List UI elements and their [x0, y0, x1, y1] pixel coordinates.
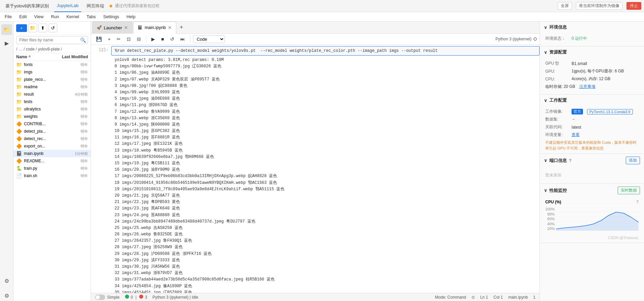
perf-section-header[interactable]: ∨ 性能监控 实时数据: [540, 184, 644, 197]
add-cell-button[interactable]: +: [105, 35, 113, 43]
file-list: 📁fonts明年📁imgs明年📁plate_reco...明年📁readme明年…: [13, 61, 91, 301]
new-button[interactable]: +: [16, 24, 27, 32]
port-add-button[interactable]: 添加: [626, 157, 640, 164]
file-item[interactable]: 🔶CONTRIB...明年: [13, 120, 91, 128]
file-item[interactable]: 🔶export_on...明年: [13, 142, 91, 150]
menu-run[interactable]: Run: [48, 13, 62, 20]
tab-launcher-label: Launcher: [104, 25, 122, 30]
code-label: 关联代码:: [545, 124, 569, 130]
file-icon: 🔶: [16, 143, 22, 149]
file-item[interactable]: 🔶detect_pla...明年: [13, 128, 91, 135]
output-line: 4 imgs/09.webp 京HL9999 蓝色: [115, 89, 540, 96]
file-item[interactable]: 🐍train.py明年: [13, 165, 91, 172]
upload-button[interactable]: ⬆: [38, 24, 47, 32]
file-icon: 📁: [16, 77, 22, 82]
file-modified: 明年: [64, 70, 88, 75]
storage-link[interactable]: 注意事项: [579, 84, 595, 90]
chevron-env: ∨: [544, 25, 547, 30]
mirror-button[interactable]: 将当前环境制作为镜像: [576, 2, 622, 10]
cell-input[interactable]: %run detect_rec_plate.py --detect_model …: [111, 46, 540, 56]
file-item[interactable]: 📁result4分钟前: [13, 91, 91, 98]
perf-section-body: CPU (%) ? 100% 80% 60% 40% 20%: [540, 197, 644, 243]
menu-help[interactable]: Help: [123, 13, 139, 20]
resource-section-header[interactable]: ∨ 资源配置: [540, 46, 644, 58]
save-button[interactable]: 💾: [94, 35, 104, 43]
file-item[interactable]: 📁tests明年: [13, 98, 91, 105]
menu-edit[interactable]: Edit: [16, 13, 30, 20]
file-item[interactable]: 🔶README...明年: [13, 157, 91, 165]
realtime-button[interactable]: 实时数据: [618, 187, 640, 194]
output-line: 7 imgs/12.webp 鲁VA9999 蓝色: [115, 109, 540, 115]
port-section-header[interactable]: ∨ 端口信息 ? 添加: [540, 154, 644, 167]
dataset-row: 数据集: －: [545, 116, 639, 122]
file-modified: 明年: [64, 136, 88, 141]
filter-wrap: 🔍: [13, 35, 91, 45]
menu-kernel[interactable]: Kernel: [63, 13, 83, 20]
output-line: 9 imgs/14.jpeg 陕000000 蓝色: [115, 122, 540, 128]
simple-toggle[interactable]: Simple: [95, 295, 120, 300]
env-section: ∨ 环境信息 环境状态： 0 运行中: [540, 22, 644, 46]
file-name: CONTRIB...: [24, 122, 64, 126]
file-item[interactable]: 📁plate_reco...明年: [13, 76, 91, 83]
output-line: 12 imgs/17.jpeg 浙E1321K 蓝色: [115, 141, 540, 147]
interrupt-button[interactable]: ■: [159, 35, 166, 43]
cpu-detail-label: CPU:: [545, 77, 569, 81]
restart-run-button[interactable]: ⏭: [178, 35, 187, 43]
cut-button[interactable]: ✂: [114, 35, 123, 43]
tab-launcher[interactable]: 🚀 Launcher ✕: [92, 22, 132, 34]
toggle-track[interactable]: [95, 295, 105, 300]
jupyterlab-tab[interactable]: JupyterLab: [54, 0, 81, 12]
browser-tab[interactable]: 网页终端: [84, 3, 107, 9]
sidebar-icon-settings[interactable]: ⚙: [1, 290, 12, 301]
file-modified: 明年: [64, 99, 88, 104]
filter-input[interactable]: [16, 36, 88, 44]
sidebar-icon-files[interactable]: 📁: [1, 24, 12, 35]
menu-tabs[interactable]: Tabs: [83, 13, 99, 20]
fullscreen-button[interactable]: 全屏: [558, 2, 572, 10]
file-item[interactable]: 🔶detect_rec...明年: [13, 135, 91, 142]
file-item[interactable]: 📄train.sh明年: [13, 172, 91, 179]
file-item[interactable]: 📁ultralytics明年: [13, 105, 91, 113]
cell-prompt: [2]:: [91, 46, 111, 293]
file-name: tests: [24, 99, 64, 104]
file-modified: 明年: [64, 85, 88, 90]
cell-type-select[interactable]: Code Markdown Raw: [193, 35, 225, 43]
file-name: detect_rec...: [24, 136, 64, 141]
cpu-percent-label: CPU (%): [545, 200, 561, 204]
file-item[interactable]: 📁imgs明年: [13, 68, 91, 76]
dataset-value: －: [572, 116, 576, 122]
cpu-help-icon[interactable]: ?: [636, 200, 639, 204]
menu-settings[interactable]: Settings: [100, 13, 122, 20]
file-item[interactable]: 📁fonts明年: [13, 61, 91, 68]
env-section-header[interactable]: ∨ 环境信息: [540, 22, 644, 33]
folder-button[interactable]: 📁: [28, 24, 37, 32]
col-name-header[interactable]: Name ^: [16, 55, 61, 59]
tab-main-ipynb[interactable]: 📓 main.ipynb ✕: [133, 22, 176, 34]
tab-launcher-close[interactable]: ✕: [124, 25, 128, 30]
stop-button[interactable]: 停止: [626, 2, 641, 10]
refresh-button[interactable]: ↺: [49, 24, 57, 32]
col-modified-header: Last Modified: [61, 55, 88, 59]
menu-view[interactable]: View: [31, 13, 47, 20]
tab-notebook-close[interactable]: ✕: [168, 25, 172, 30]
menu-file[interactable]: File: [1, 13, 15, 20]
restart-button[interactable]: ↺: [168, 35, 177, 43]
copy-button[interactable]: ⊡: [124, 35, 133, 43]
output-line: 35 imgs/4514451.jpg 辽BSZ889 蓝色: [115, 290, 540, 293]
cell-2: [2]: %run detect_rec_plate.py --detect_m…: [91, 45, 540, 293]
file-item[interactable]: 📁readme明年: [13, 83, 91, 91]
add-tab-button[interactable]: +: [177, 24, 186, 31]
output-line: 26 imgs/26.webp 鲁B325DE 蓝色: [115, 231, 540, 238]
kernel-status-text: Python 3 (ipykernel) | Idle: [153, 295, 198, 300]
run-button[interactable]: ▶: [149, 35, 157, 43]
env-var-link[interactable]: 查看: [572, 132, 580, 138]
env-section-body: 环境状态： 0 运行中: [540, 33, 644, 46]
file-item[interactable]: 📓main.ipynb1分钟前: [13, 150, 91, 157]
sidebar-icon-run[interactable]: ▶: [1, 38, 12, 48]
port-help-icon[interactable]: ?: [569, 158, 572, 163]
file-item[interactable]: 📁weights明年: [13, 113, 91, 120]
paste-button[interactable]: ⊟: [134, 35, 143, 43]
proxy-text[interactable]: 通过代理源加速装包过程: [115, 3, 159, 9]
work-section-header[interactable]: ∨ 工作配置: [540, 95, 644, 106]
sidebar-icon-git[interactable]: ⚙: [1, 275, 12, 286]
